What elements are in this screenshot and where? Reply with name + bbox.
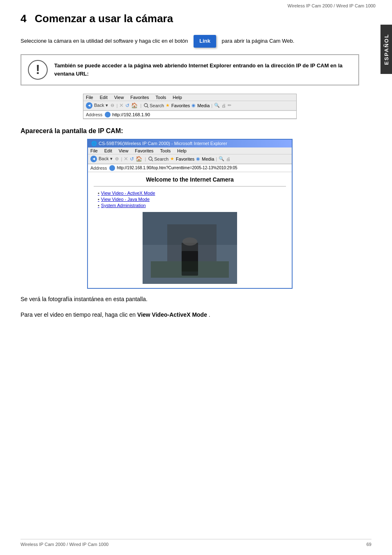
menu-favorites[interactable]: Favorites — [130, 95, 149, 100]
browser-titlebar-text: CS-59BT96(Wireless IP Cam 2000) - Micros… — [99, 141, 227, 146]
home-icon[interactable]: 🏠 — [131, 102, 138, 108]
menu-help-b[interactable]: Help — [177, 148, 187, 153]
link-button-image: Link — [191, 35, 219, 48]
menu-tools-b[interactable]: Tools — [160, 148, 171, 153]
browser-mockup-top: File Edit View Favorites Tools Help ◀ Ba… — [83, 94, 297, 119]
browser-titlebar: 🌐 CS-59BT96(Wireless IP Cam 2000) - Micr… — [88, 140, 292, 147]
note-text: También se puede acceder a la página web… — [54, 62, 352, 78]
stop-icon[interactable]: ✕ — [119, 102, 124, 108]
address-label-top: Address — [86, 112, 102, 117]
menu-tools[interactable]: Tools — [156, 95, 166, 100]
ipcam-section-label: Aparecerá la pantalla de IP CAM: — [21, 127, 359, 135]
address-value-bottom[interactable]: http://192.168.1.90/top.htm?Currenttime=… — [117, 166, 237, 170]
chapter-title-text: Comenzar a usar la cámara — [35, 12, 173, 25]
menu-view-b[interactable]: View — [119, 148, 129, 153]
browser-toolbar-top: ◀ Back ▾ ⊖ | ✕ ↺ 🏠 | Search ★ Favorites … — [83, 101, 296, 111]
browser-content: Welcome to the Internet Camera View Vide… — [88, 172, 292, 288]
stop-icon-b[interactable]: ✕ — [124, 156, 128, 162]
camera-snapshot — [143, 212, 237, 284]
search-label-b[interactable]: Search — [154, 157, 168, 161]
media-icon[interactable]: ◉ — [191, 103, 196, 108]
paragraph-1: Se verá la fotografía instantánea en est… — [21, 295, 359, 304]
menu-edit[interactable]: Edit — [100, 95, 108, 100]
intro-text-after: para abrir la página Cam Web. — [222, 38, 295, 44]
print-icon-b[interactable]: 🖨 — [226, 157, 231, 161]
paragraph-2-after: . — [209, 311, 210, 318]
note-box: ! También se puede acceder a la página w… — [21, 54, 359, 85]
paragraph-2: Para ver el video en tiempo real, haga c… — [21, 310, 359, 320]
footer-right: 69 — [367, 542, 371, 547]
refresh-icon-b[interactable]: ↺ — [130, 156, 134, 162]
search-icon — [144, 103, 149, 108]
menu-help[interactable]: Help — [173, 95, 182, 100]
browser-address-top: Address http://192.168.1.90 — [83, 111, 296, 119]
chapter-number: 4 — [21, 12, 26, 25]
media-label-b: Media — [202, 157, 214, 161]
browser-titlebar-icon: 🌐 — [91, 141, 97, 146]
browser-mockup-full: 🌐 CS-59BT96(Wireless IP Cam 2000) - Micr… — [87, 139, 293, 289]
svg-line-3 — [152, 160, 153, 161]
svg-point-2 — [149, 157, 152, 160]
paragraph-2-bold: View Video-ActiveX Mode — [137, 311, 207, 318]
menu-edit-b[interactable]: Edit — [104, 148, 112, 153]
history-icon-b[interactable]: 🔍 — [219, 156, 224, 161]
media-icon-b[interactable]: ◉ — [196, 156, 200, 161]
menu-view[interactable]: View — [114, 95, 124, 100]
back-label: Back ▾ — [94, 103, 108, 108]
address-label-b: Address — [90, 166, 107, 170]
menu-favorites-b[interactable]: Favorites — [135, 148, 153, 153]
cam-link-activex[interactable]: View Video - ActiveX Mode — [98, 191, 286, 196]
header-title: Wireless IP Cam 2000 / Wired IP Cam 1000 — [288, 3, 376, 8]
browser-menu-top: File Edit View Favorites Tools Help — [83, 94, 296, 101]
address-value-top[interactable]: http://192.168.1.90 — [112, 112, 150, 117]
favorites-label-b: Favorites — [176, 157, 194, 161]
svg-rect-9 — [151, 261, 229, 278]
svg-rect-7 — [182, 243, 198, 272]
favorites-label-top: Favorites — [171, 103, 190, 108]
home-icon-b[interactable]: 🏠 — [136, 156, 142, 162]
cam-link-java[interactable]: View Video - Java Mode — [98, 197, 286, 202]
intro-text-before: Seleccione la cámara en la utilidad del … — [21, 38, 188, 44]
svg-line-1 — [147, 106, 148, 108]
search-icon-b — [148, 157, 153, 161]
side-tab-espanol: ESPAÑOL — [380, 25, 392, 74]
print-icon[interactable]: 🖨 — [221, 103, 226, 108]
note-icon: ! — [28, 60, 48, 80]
media-label-top: Media — [197, 103, 210, 108]
refresh-icon[interactable]: ↺ — [125, 103, 129, 108]
browser-menu-bottom: File Edit View Favorites Tools Help — [88, 147, 292, 154]
chapter-title: 4 Comenzar a usar la cámara — [21, 12, 359, 25]
history-icon[interactable]: 🔍 — [214, 103, 220, 108]
favorites-star-icon-b[interactable]: ★ — [170, 156, 174, 161]
intro-paragraph: Seleccione la cámara en la utilidad del … — [21, 35, 359, 48]
paragraph-2-before: Para ver el video en tiempo real, haga c… — [21, 311, 136, 318]
browser-address-bottom: Address http://192.168.1.90/top.htm?Curr… — [88, 164, 292, 172]
globe-icon-b — [109, 165, 115, 171]
search-icon-wrap-b: Search — [148, 157, 168, 161]
browser-toolbar-bottom: ◀ Back ▾ ⊖ | ✕ ↺ 🏠 | Search ★ Favorites … — [88, 154, 292, 164]
footer-left: Wireless IP Cam 2000 / Wired IP Cam 1000 — [21, 542, 108, 547]
edit-icon[interactable]: ✏ — [228, 103, 231, 108]
cam-link-admin[interactable]: System Administration — [98, 203, 286, 208]
favorites-star-icon[interactable]: ★ — [166, 103, 170, 108]
globe-icon-top — [105, 112, 111, 117]
search-label[interactable]: Search — [150, 103, 164, 108]
link-button[interactable]: Link — [194, 35, 216, 48]
menu-file-b[interactable]: File — [90, 148, 98, 153]
cam-links: View Video - ActiveX Mode View Video - J… — [98, 191, 286, 208]
back-icon[interactable]: ◀ — [86, 102, 92, 109]
welcome-title: Welcome to the Internet Camera — [94, 176, 286, 187]
page-footer: Wireless IP Cam 2000 / Wired IP Cam 1000… — [21, 539, 371, 547]
back-icon-b[interactable]: ◀ — [90, 156, 97, 162]
back-label-b: Back ▾ — [99, 156, 113, 161]
svg-point-8 — [182, 237, 197, 246]
search-icon-wrap: Search — [144, 103, 164, 108]
menu-file[interactable]: File — [86, 95, 93, 100]
svg-point-0 — [144, 104, 148, 107]
